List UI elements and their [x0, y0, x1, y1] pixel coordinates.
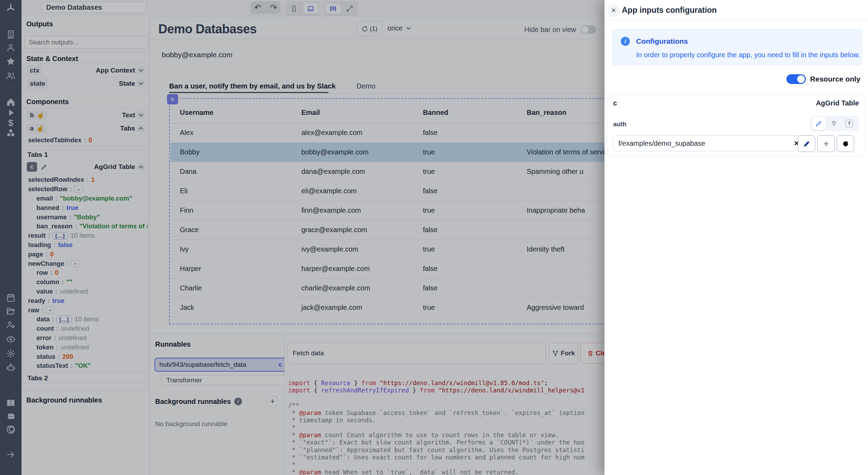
- chevron-down-icon[interactable]: [137, 67, 145, 74]
- table-row[interactable]: Danadana@example.comtrueSpamming other u: [170, 162, 654, 181]
- github-icon[interactable]: [6, 424, 16, 435]
- refresh-resource-button[interactable]: [837, 135, 854, 152]
- home-icon[interactable]: [6, 97, 16, 107]
- output-tree-row[interactable]: page:0: [24, 249, 148, 259]
- output-tree-row[interactable]: token:undefined: [24, 342, 148, 352]
- tabs2-header[interactable]: Tabs 2: [24, 373, 148, 383]
- edit-pencil-icon[interactable]: [41, 164, 47, 170]
- add-resource-button[interactable]: [817, 135, 835, 152]
- output-tree-row[interactable]: selectedRowIndex:1: [24, 175, 148, 185]
- runnable-name-input[interactable]: [287, 343, 546, 364]
- app-name-input[interactable]: [42, 2, 147, 13]
- discord-icon[interactable]: [6, 411, 16, 422]
- table-row[interactable]: Bobbybobby@example.comtrueViolation of t…: [170, 143, 654, 162]
- dollar-icon[interactable]: $: [6, 118, 16, 128]
- grid-component-badge[interactable]: c: [167, 94, 178, 104]
- table-row[interactable]: Alexalex@example.comfalse: [170, 123, 654, 143]
- bot-icon[interactable]: [6, 362, 16, 373]
- table-row[interactable]: Harperharper@example.comfalse: [170, 259, 654, 279]
- hide-bar-toggle[interactable]: [581, 25, 596, 34]
- calendar-icon[interactable]: [6, 292, 16, 303]
- column-header[interactable]: Banned: [414, 109, 518, 117]
- output-tree-row[interactable]: count:undefined: [24, 324, 148, 333]
- redo-icon[interactable]: ↷: [270, 3, 277, 12]
- component-a-row[interactable]: a☝ Tabs: [24, 122, 148, 135]
- table-row[interactable]: Ivyivy@example.comtrueIdentity theft: [170, 240, 654, 259]
- star-icon[interactable]: [6, 56, 16, 66]
- output-tree-row[interactable]: raw:–: [24, 305, 148, 315]
- output-tree-row[interactable]: status:200: [24, 352, 148, 361]
- static-mode-pencil-icon[interactable]: [811, 117, 826, 130]
- state-row[interactable]: state State: [24, 77, 148, 90]
- output-tree-row[interactable]: error:undefined: [24, 333, 148, 343]
- chevron-down-icon[interactable]: [137, 80, 145, 87]
- column-header[interactable]: Username: [170, 109, 292, 117]
- eye-icon[interactable]: [6, 334, 16, 345]
- desktop-view-icon[interactable]: [303, 3, 318, 14]
- center-align-icon[interactable]: |0|: [325, 3, 341, 14]
- table-row[interactable]: Charliecharlie@example.comfalse: [170, 279, 654, 298]
- refresh-mode-select[interactable]: once: [387, 24, 412, 32]
- expand-icon[interactable]: [342, 3, 357, 14]
- column-header[interactable]: Email: [292, 109, 414, 117]
- search-outputs-input[interactable]: [24, 36, 148, 49]
- chevron-up-icon[interactable]: [137, 163, 145, 171]
- add-background-runnable-button[interactable]: +: [267, 396, 278, 407]
- output-tree-row[interactable]: ban_reason:"Violation of terms of servic…: [24, 222, 148, 231]
- chevron-up-icon[interactable]: [137, 125, 145, 132]
- output-tree-row[interactable]: data:[...]10 items: [24, 315, 148, 324]
- refresh-button[interactable]: (1): [357, 22, 382, 36]
- expand-array-chip[interactable]: [...]: [57, 316, 72, 323]
- gear-icon[interactable]: [6, 348, 16, 359]
- output-tree-row[interactable]: value:undefined: [24, 287, 148, 296]
- windmill-logo[interactable]: [6, 3, 16, 13]
- resource-only-toggle[interactable]: [786, 74, 806, 84]
- output-tree-row[interactable]: username:"Bobby": [24, 212, 148, 222]
- expand-array-chip[interactable]: [...]: [53, 232, 68, 239]
- fork-button[interactable]: Fork: [549, 343, 578, 364]
- book-icon[interactable]: [6, 398, 16, 408]
- tab-demo[interactable]: Demo: [357, 82, 376, 93]
- text-component-b[interactable]: bobby@example.com: [162, 51, 232, 59]
- runnable-item-selected[interactable]: hub/943/supabase/fetch_data c: [155, 358, 287, 372]
- output-tree-row[interactable]: ready:true: [24, 296, 148, 305]
- ctx-row[interactable]: ctx App Context: [24, 64, 148, 77]
- user-cog-icon[interactable]: [6, 320, 16, 330]
- output-tree-row[interactable]: email:"bobby@example.com": [24, 194, 148, 203]
- table-row[interactable]: Finnfinn@example.comtrueInappropriate be…: [170, 201, 654, 220]
- tabs1-header[interactable]: Tabs 1: [24, 150, 148, 160]
- undo-icon[interactable]: ↶: [254, 3, 261, 12]
- mobile-view-icon[interactable]: [286, 3, 302, 14]
- output-tree-row[interactable]: selectedTabIndex:0: [24, 136, 148, 145]
- transformer-button[interactable]: Transformer: [161, 375, 287, 385]
- arrow-right-icon[interactable]: [6, 449, 16, 460]
- collapse-toggle[interactable]: –: [46, 306, 55, 314]
- output-tree-row[interactable]: row:0: [24, 268, 148, 278]
- boxes-icon[interactable]: [6, 128, 16, 138]
- chevron-down-icon[interactable]: [137, 111, 145, 119]
- output-tree-row[interactable]: statusText:"OK": [24, 361, 148, 371]
- table-row[interactable]: Gracegrace@example.comfalse: [170, 220, 654, 240]
- output-tree-row[interactable]: newChange:–: [24, 259, 148, 268]
- code-content[interactable]: import { Resource } from "https://deno.l…: [288, 380, 611, 475]
- eval-function-icon[interactable]: f: [842, 117, 857, 130]
- collapse-toggle[interactable]: –: [74, 186, 83, 193]
- user-icon[interactable]: [6, 42, 16, 53]
- collapse-toggle[interactable]: –: [71, 260, 80, 267]
- info-icon[interactable]: i: [234, 398, 242, 405]
- play-icon[interactable]: [6, 108, 16, 118]
- aggrid-table-component[interactable]: UsernameEmailBannedBan_reason Alexalex@e…: [169, 98, 657, 324]
- close-icon[interactable]: ×: [607, 4, 620, 17]
- output-tree-row[interactable]: banned:true: [24, 203, 148, 212]
- connect-plug-icon[interactable]: [827, 117, 841, 130]
- building-icon[interactable]: [6, 29, 16, 40]
- auth-resource-input[interactable]: f/examples/demo_supabase ×: [613, 135, 804, 151]
- folder-open-icon[interactable]: [6, 306, 16, 316]
- output-tree-row[interactable]: result:[...]10 items: [24, 231, 148, 240]
- table-row[interactable]: Jackjack@example.comtrueAggressive towar…: [170, 298, 654, 317]
- output-tree-row[interactable]: selectedRow:–: [24, 185, 148, 194]
- edit-resource-button[interactable]: [798, 135, 815, 152]
- users-icon[interactable]: [6, 70, 16, 81]
- table-row[interactable]: Elieli@example.comfalse: [170, 181, 654, 201]
- component-b-row[interactable]: b☝ Text: [24, 109, 148, 122]
